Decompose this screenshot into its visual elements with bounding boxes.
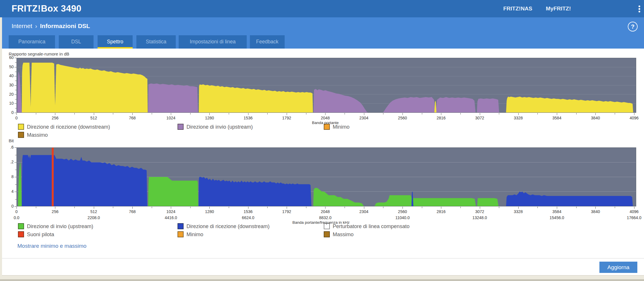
x-tick-mark: [209, 113, 210, 115]
x-tick-label: 2048: [315, 209, 335, 214]
upstream-snr-band: [314, 89, 368, 112]
x-freq-label: 6624.0: [235, 215, 261, 220]
x-tick-mark: [480, 207, 480, 209]
x-minor-tick: [576, 113, 577, 114]
x-minor-tick: [306, 207, 306, 208]
x-tick-mark: [364, 207, 364, 209]
footer-divider: [2, 258, 644, 258]
y-tick-mark: [14, 85, 17, 86]
breadcrumb-section[interactable]: Internet: [12, 23, 32, 29]
kebab-menu-icon[interactable]: [637, 5, 642, 13]
x-minor-tick: [537, 207, 538, 208]
legend-swatch: [18, 223, 24, 229]
x-freq-label: 17664.0: [621, 215, 644, 220]
tab-spettro[interactable]: Spettro: [98, 35, 133, 49]
y-tick-mark: [14, 192, 17, 192]
snr-chart-section: Rapporto segnale-rumore in dB Direzione …: [2, 49, 644, 135]
x-minor-tick: [422, 207, 422, 208]
x-freq-label: 0.0: [3, 215, 30, 220]
x-minor-tick: [190, 113, 191, 114]
x-minor-tick: [74, 207, 75, 208]
y-minor-tick: [15, 99, 17, 99]
x-tick-mark: [634, 113, 634, 115]
upstream-snr-band: [148, 84, 198, 112]
x-tick-mark: [518, 207, 519, 209]
legend-label: Direzione di ricezione (downstream): [186, 223, 270, 230]
nav-myfritz-link[interactable]: MyFRITZ!: [546, 0, 571, 17]
x-minor-tick: [152, 207, 152, 208]
y-minor-tick: [15, 155, 17, 155]
snr-chart-title: Rapporto segnale-rumore in dB: [9, 51, 69, 56]
legend-label: Direzione di invio (upstream): [27, 223, 93, 230]
x-minor-tick: [190, 207, 191, 208]
legend-swatch: [178, 231, 184, 237]
tab-impostazioni-di-linea[interactable]: Impostazioni di linea: [179, 35, 247, 49]
y-tick-label: 8: [2, 174, 14, 179]
y-tick-mark: [14, 95, 17, 95]
y-minor-tick: [15, 90, 17, 90]
x-tick-label: 512: [84, 209, 104, 214]
x-tick-label: 1536: [238, 209, 258, 214]
x-tick-label: 1792: [277, 116, 297, 120]
nav-fritznas-link[interactable]: FRITZ!NAS: [503, 0, 532, 17]
x-tick-label: 0: [6, 209, 27, 214]
x-tick-label: 768: [122, 116, 142, 120]
y-tick-label: 30: [2, 83, 14, 87]
x-tick-label: 3072: [470, 116, 490, 120]
x-tick-label: 4096: [624, 116, 644, 120]
x-tick-mark: [595, 207, 596, 209]
y-minor-tick: [15, 184, 17, 185]
x-minor-tick: [576, 207, 577, 208]
x-minor-tick: [460, 207, 461, 208]
x-minor-tick: [113, 113, 113, 114]
y-tick-label: 0: [2, 204, 14, 208]
legend-label: Direzione di invio (upstream): [186, 124, 253, 130]
tab-panoramica[interactable]: Panoramica: [9, 35, 55, 49]
show-minmax-link[interactable]: Mostrare minimo e massimo: [17, 243, 87, 249]
x-tick-label: 2816: [431, 116, 451, 120]
x-tick-mark: [441, 113, 441, 115]
tab-dsl[interactable]: DSL: [59, 35, 94, 49]
help-icon[interactable]: ?: [628, 22, 638, 32]
y-tick-mark: [14, 58, 17, 58]
x-freq-label: 8832.0: [312, 215, 338, 220]
x-minor-tick: [229, 113, 229, 114]
x-axis-title: Banda portante/frequenza in kHz: [292, 220, 350, 225]
x-minor-tick: [615, 113, 615, 114]
y-tick-label: 50: [2, 64, 14, 69]
x-tick-mark: [55, 113, 55, 115]
x-tick-mark: [325, 207, 325, 209]
x-minor-tick: [74, 113, 75, 114]
y-minor-tick: [15, 62, 17, 63]
x-tick-label: 1536: [238, 116, 258, 120]
bits-plot-area: [17, 147, 636, 206]
legend-swatch: [178, 124, 184, 130]
upstream-bits-band: [18, 162, 22, 206]
y-minor-tick: [15, 108, 17, 108]
x-tick-mark: [287, 113, 287, 115]
downstream-bits-band: [22, 155, 147, 206]
x-tick-label: 3584: [547, 116, 567, 120]
x-freq-label: 13248.0: [467, 215, 493, 220]
x-tick-mark: [325, 113, 325, 115]
upstream-snr-band: [17, 72, 22, 112]
legend-swatch: [18, 124, 24, 130]
y-tick-mark: [14, 147, 17, 148]
x-tick-mark: [55, 207, 55, 209]
refresh-button[interactable]: Aggiorna: [599, 262, 637, 273]
y-tick-mark: [14, 103, 17, 104]
x-tick-label: 3584: [547, 209, 567, 214]
x-tick-mark: [132, 207, 133, 209]
x-tick-mark: [364, 113, 364, 115]
x-tick-label: 3328: [508, 209, 528, 214]
y-tick-label: 40: [2, 73, 14, 78]
downstream-snr-band: [199, 84, 313, 112]
tab-statistica[interactable]: Statistica: [136, 35, 176, 49]
x-tick-mark: [402, 207, 403, 209]
x-tick-label: 3072: [470, 209, 490, 214]
x-minor-tick: [537, 113, 538, 114]
legend-label: Direzione di ricezione (downstream): [27, 124, 110, 130]
y-tick-mark: [14, 67, 17, 67]
tab-feedback[interactable]: Feedback: [250, 35, 285, 49]
upstream-snr-band: [477, 98, 499, 112]
